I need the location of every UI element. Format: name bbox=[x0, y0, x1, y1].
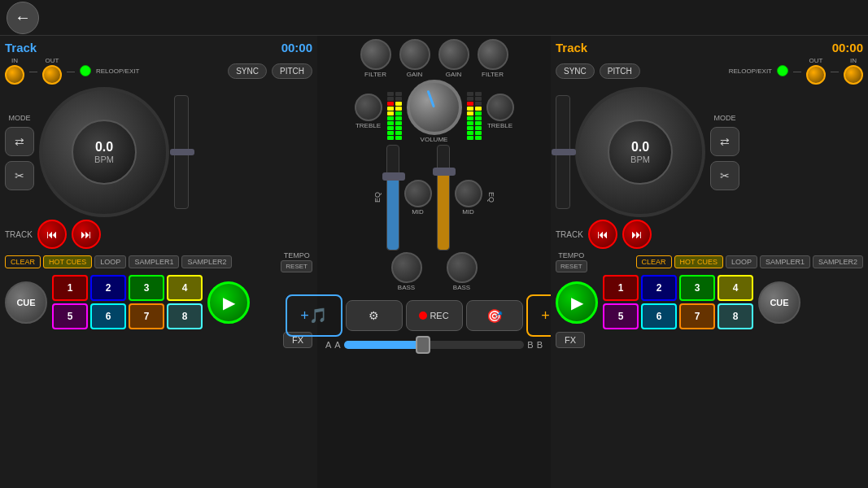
right-gain-knob[interactable] bbox=[438, 39, 469, 70]
left-prev-track-btn[interactable]: ⏮ bbox=[37, 220, 67, 249]
right-jog-wheel[interactable]: 0.0 BPM bbox=[575, 87, 705, 217]
right-mid-knob[interactable] bbox=[455, 180, 482, 207]
right-bass-knob[interactable] bbox=[447, 252, 478, 283]
right-loop-button[interactable]: LOOP bbox=[726, 255, 757, 268]
left-pad-6[interactable]: 6 bbox=[90, 303, 126, 329]
left-filter-label: FILTER bbox=[364, 71, 386, 78]
right-sampler1-button[interactable]: SAMPLER1 bbox=[760, 255, 810, 268]
right-pad-1[interactable]: 1 bbox=[603, 275, 639, 301]
right-tempo-label: TEMPO bbox=[558, 251, 584, 259]
left-hot-cues-button[interactable]: HOT CUES bbox=[43, 255, 92, 268]
right-tempo-slider[interactable] bbox=[556, 95, 570, 209]
right-out-knob[interactable] bbox=[806, 65, 826, 85]
left-tempo-label: TEMPO bbox=[284, 251, 310, 259]
right-channel-fader[interactable] bbox=[437, 145, 450, 251]
back-button[interactable]: ← bbox=[7, 2, 39, 34]
left-sync-button[interactable]: SYNC bbox=[228, 63, 267, 79]
headphones-button[interactable]: 🎯 bbox=[466, 300, 523, 331]
left-gain-knob[interactable] bbox=[399, 39, 430, 70]
left-pitch-button[interactable]: PITCH bbox=[272, 63, 312, 79]
right-in-knob[interactable] bbox=[844, 65, 863, 85]
left-pad-7[interactable]: 7 bbox=[129, 303, 164, 329]
right-reset-button[interactable]: RESET bbox=[556, 260, 587, 272]
left-treble-knob[interactable] bbox=[355, 94, 382, 121]
right-bass-label: BASS bbox=[453, 284, 470, 291]
left-pad-1[interactable]: 1 bbox=[52, 275, 88, 301]
left-bass-knob[interactable] bbox=[391, 252, 422, 283]
right-mid-label: MID bbox=[462, 208, 474, 216]
right-sync-button[interactable]: SYNC bbox=[556, 63, 595, 79]
right-pitch-button[interactable]: PITCH bbox=[600, 63, 640, 79]
left-bpm-unit: BPM bbox=[94, 155, 114, 164]
right-pad-3[interactable]: 3 bbox=[679, 275, 715, 301]
right-sampler2-button[interactable]: SAMPLER2 bbox=[813, 255, 863, 268]
left-mid-label: MID bbox=[412, 208, 424, 216]
left-channel-fader[interactable] bbox=[386, 145, 399, 251]
left-jog-wheel[interactable]: 0.0 BPM bbox=[39, 87, 169, 217]
right-out-label: OUT bbox=[809, 57, 823, 64]
left-sampler2-button[interactable]: SAMPLER2 bbox=[181, 255, 232, 268]
left-sampler1-button[interactable]: SAMPLER1 bbox=[129, 255, 179, 268]
right-track-time: 00:00 bbox=[832, 41, 863, 54]
right-fx-button[interactable]: FX bbox=[556, 332, 585, 348]
left-loop-button[interactable]: LOOP bbox=[94, 255, 126, 268]
right-prev-track-btn[interactable]: ⏮ bbox=[588, 220, 617, 249]
right-mode-btn2[interactable]: ✂ bbox=[710, 161, 739, 190]
left-pad-5[interactable]: 5 bbox=[52, 303, 88, 329]
right-cue-button[interactable]: CUE bbox=[758, 281, 800, 324]
left-vu-meter bbox=[387, 83, 402, 140]
right-play-button[interactable]: ▶ bbox=[556, 281, 598, 324]
left-reloop-label: RELOOP/EXIT bbox=[96, 68, 139, 75]
left-mode-label: MODE bbox=[9, 114, 31, 122]
right-eq-label: EQ bbox=[487, 192, 495, 203]
right-pad-5[interactable]: 5 bbox=[603, 303, 639, 329]
right-filter-knob[interactable] bbox=[478, 39, 508, 70]
left-tempo-slider[interactable] bbox=[174, 95, 189, 209]
right-mode-btn1[interactable]: ⇄ bbox=[710, 127, 739, 156]
left-track-time: 00:00 bbox=[281, 41, 312, 54]
left-mode-btn1[interactable]: ⇄ bbox=[5, 127, 34, 156]
right-pad-2[interactable]: 2 bbox=[641, 275, 677, 301]
left-pad-2[interactable]: 2 bbox=[90, 275, 126, 301]
right-track-label2: TRACK bbox=[556, 230, 583, 239]
right-treble-label: TREBLE bbox=[487, 122, 513, 129]
right-pad-7[interactable]: 7 bbox=[679, 303, 715, 329]
left-filter-knob[interactable] bbox=[360, 39, 391, 70]
mixer-panel: FILTER GAIN GAIN FILTER bbox=[317, 36, 551, 488]
left-green-dot bbox=[80, 65, 91, 76]
volume-label: VOLUME bbox=[421, 136, 448, 143]
mixer-controls-button[interactable]: ⚙ bbox=[346, 300, 403, 331]
crossfader-b-label: B bbox=[537, 340, 543, 350]
right-clear-button[interactable]: CLEAR bbox=[636, 255, 672, 268]
left-in-knob[interactable] bbox=[5, 65, 24, 85]
right-pad-4[interactable]: 4 bbox=[718, 275, 753, 301]
left-play-button[interactable]: ▶ bbox=[207, 281, 250, 324]
rec-button[interactable]: REC bbox=[406, 300, 463, 331]
left-track-label2: TRACK bbox=[5, 230, 33, 239]
left-add-music-button[interactable]: +🎵 bbox=[286, 294, 342, 337]
left-pad-3[interactable]: 3 bbox=[129, 275, 164, 301]
left-out-knob[interactable] bbox=[42, 65, 62, 85]
left-next-track-btn[interactable]: ⏭ bbox=[72, 220, 101, 249]
left-deck: Track 00:00 IN — OUT — RELOO bbox=[0, 36, 317, 488]
right-gain-label: GAIN bbox=[446, 71, 462, 78]
right-pad-6[interactable]: 6 bbox=[641, 303, 677, 329]
volume-knob[interactable] bbox=[407, 80, 462, 135]
crossfader-a-label: A bbox=[325, 340, 331, 350]
left-cue-button[interactable]: CUE bbox=[5, 281, 47, 324]
right-treble-knob[interactable] bbox=[486, 94, 514, 121]
left-reset-button[interactable]: RESET bbox=[281, 260, 312, 272]
left-mid-knob[interactable] bbox=[404, 180, 432, 207]
right-hot-cues-button[interactable]: HOT CUES bbox=[674, 255, 723, 268]
right-pad-8[interactable]: 8 bbox=[718, 303, 753, 329]
left-mode-btn2[interactable]: ✂ bbox=[5, 161, 34, 190]
right-reloop-label: RELOOP/EXIT bbox=[729, 68, 772, 75]
left-clear-button[interactable]: CLEAR bbox=[5, 255, 41, 268]
right-next-track-btn[interactable]: ⏭ bbox=[622, 220, 652, 249]
left-pad-8[interactable]: 8 bbox=[167, 303, 203, 329]
right-in-label: IN bbox=[850, 57, 857, 64]
crossfader[interactable] bbox=[344, 341, 525, 349]
left-in-label: IN bbox=[11, 57, 18, 64]
left-bass-label: BASS bbox=[398, 284, 415, 291]
left-pad-4[interactable]: 4 bbox=[167, 275, 203, 301]
